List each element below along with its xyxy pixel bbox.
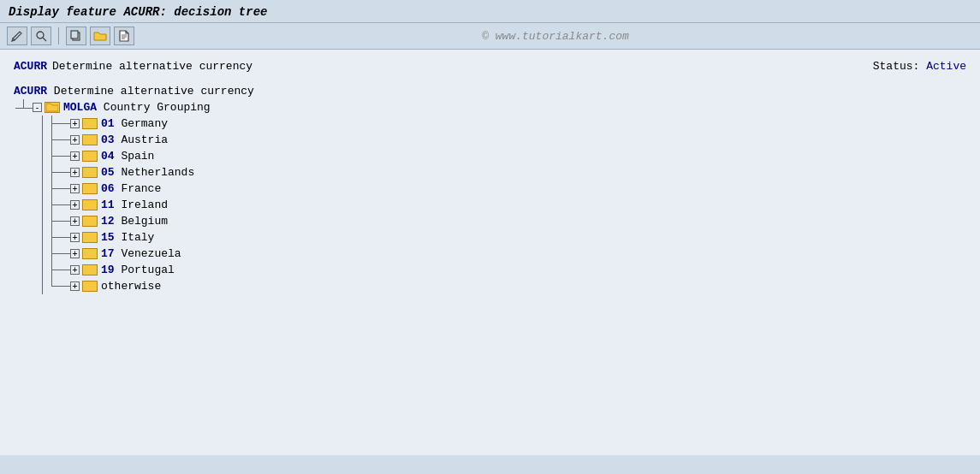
- toolbar-btn-doc[interactable]: [114, 27, 134, 45]
- leaf-code: 03: [101, 133, 115, 146]
- svg-line-1: [43, 38, 46, 41]
- leaf-folder-icon: [82, 183, 98, 194]
- leaf-code: 05: [101, 166, 115, 179]
- title-text: Display feature ACURR: decision tree: [9, 5, 267, 19]
- molga-code: MOLGA: [63, 101, 97, 114]
- header-left: ACURR Determine alternative currency: [14, 60, 252, 73]
- title-bar: Display feature ACURR: decision tree: [0, 0, 980, 23]
- leaf-desc: Spain: [115, 150, 155, 163]
- toolbar-btn-copy[interactable]: [66, 27, 86, 45]
- list-item: +17 Venezuela: [51, 246, 966, 262]
- leaf-code: 17: [101, 247, 115, 260]
- leaf-code: 12: [101, 215, 115, 228]
- leaf-folder-icon: [82, 264, 98, 276]
- molga-desc: Country Grouping: [104, 101, 211, 114]
- leaf-folder-icon: [82, 232, 98, 243]
- leaf-desc: Ireland: [115, 198, 168, 211]
- list-item: +06 France: [51, 181, 966, 197]
- feature-code: ACURR: [14, 60, 47, 73]
- toolbar: © www.tutorialkart.com: [0, 23, 980, 50]
- leaf-label: 06 France: [101, 182, 161, 195]
- leaf-expand-icon[interactable]: +: [70, 151, 80, 161]
- leaf-folder-icon: [82, 167, 98, 178]
- list-item: +11 Ireland: [51, 197, 966, 213]
- leaf-expand-icon[interactable]: +: [70, 233, 80, 242]
- leaf-expand-icon[interactable]: +: [70, 265, 80, 275]
- leaf-desc: Venezuela: [115, 247, 181, 260]
- leaf-label: 19 Portugal: [101, 264, 175, 276]
- leaf-code: 06: [101, 182, 115, 195]
- leaf-code: 11: [101, 198, 115, 211]
- toolbar-btn-edit[interactable]: [7, 27, 27, 45]
- header-row: ACURR Determine alternative currency Sta…: [14, 60, 966, 73]
- toolbar-separator: [58, 27, 59, 44]
- leaf-desc: Belgium: [115, 215, 168, 228]
- leaf-label: 05 Netherlands: [101, 166, 194, 179]
- leaf-label: 17 Venezuela: [101, 247, 181, 260]
- list-item: +04 Spain: [51, 148, 966, 164]
- leaf-code: 15: [101, 231, 115, 244]
- leaf-expand-icon[interactable]: +: [70, 119, 80, 128]
- leaf-folder-icon: [82, 281, 98, 292]
- leaf-expand-icon[interactable]: +: [70, 135, 80, 145]
- leaf-expand-icon[interactable]: +: [70, 281, 80, 291]
- leaf-folder-icon: [82, 118, 98, 129]
- status-section: Status: Active: [873, 60, 966, 73]
- leaf-label: 03 Austria: [101, 133, 168, 146]
- leaf-folder-icon: [82, 199, 98, 210]
- leaf-folder-icon: [82, 134, 98, 145]
- list-item: +19 Portugal: [51, 262, 966, 278]
- toolbar-btn-folder[interactable]: [90, 27, 110, 45]
- leaf-desc: Portugal: [115, 264, 175, 276]
- feature-desc: Determine alternative currency: [52, 60, 252, 73]
- watermark: © www.tutorialkart.com: [138, 30, 973, 43]
- leaf-desc: Italy: [115, 231, 155, 244]
- leaf-expand-icon[interactable]: +: [70, 184, 80, 193]
- leaf-label: 01 Germany: [101, 117, 168, 130]
- tree-level1-node: - MOLGA Country Grouping: [33, 99, 966, 116]
- leaf-code: 01: [101, 117, 115, 130]
- list-item: +01 Germany: [51, 116, 966, 132]
- leaf-desc: Austria: [115, 133, 168, 146]
- leaf-folder-icon: [82, 151, 98, 162]
- leaf-folder-icon: [82, 248, 98, 259]
- leaf-label: 04 Spain: [101, 150, 154, 163]
- list-item: +12 Belgium: [51, 213, 966, 229]
- toolbar-btn-search[interactable]: [31, 27, 51, 45]
- decision-tree: ACURR Determine alternative currency -: [14, 83, 966, 294]
- leaf-expand-icon[interactable]: +: [70, 168, 80, 177]
- main-content: ACURR Determine alternative currency Sta…: [0, 50, 980, 455]
- leaf-expand-icon[interactable]: +: [70, 216, 80, 226]
- status-label: Status:: [873, 60, 920, 73]
- molga-folder-icon: [45, 102, 60, 113]
- leaf-label: otherwise: [101, 280, 161, 293]
- leaf-code: 04: [101, 150, 115, 163]
- status-value: Active: [926, 60, 966, 73]
- list-item: +15 Italy: [51, 229, 966, 246]
- tree-children: +01 Germany+03 Austria+04 Spain+05 Nethe…: [51, 116, 966, 294]
- leaf-folder-icon: [82, 216, 98, 227]
- tree-root-node: ACURR Determine alternative currency: [14, 83, 966, 99]
- leaf-code: 19: [101, 264, 115, 276]
- leaf-desc: Germany: [115, 117, 168, 130]
- leaf-expand-icon[interactable]: +: [70, 249, 80, 258]
- list-item: +03 Austria: [51, 132, 966, 148]
- root-desc: Determine alternative currency: [54, 85, 254, 98]
- leaf-label: 15 Italy: [101, 231, 154, 244]
- molga-expand-icon[interactable]: -: [33, 103, 42, 112]
- list-item: +otherwise: [51, 278, 966, 294]
- leaf-label: 12 Belgium: [101, 215, 168, 228]
- leaf-desc: France: [115, 182, 162, 195]
- svg-point-0: [37, 32, 44, 39]
- list-item: +05 Netherlands: [51, 164, 966, 181]
- leaf-desc: Netherlands: [115, 166, 195, 179]
- leaf-expand-icon[interactable]: +: [70, 200, 80, 210]
- svg-rect-3: [71, 31, 78, 39]
- root-code: ACURR: [14, 85, 47, 98]
- leaf-label: 11 Ireland: [101, 198, 168, 211]
